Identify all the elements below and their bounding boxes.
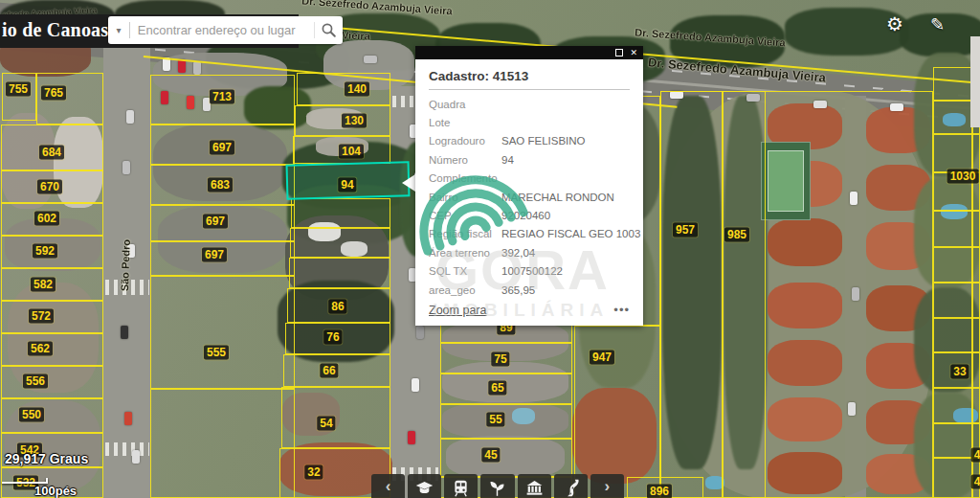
field-label: Quadra xyxy=(429,99,501,110)
parcel-boundary xyxy=(440,439,572,477)
side-panel-edge[interactable] xyxy=(970,36,980,127)
field-value: SAO FELISBINO xyxy=(501,135,586,147)
field-label: area_geo xyxy=(429,284,501,296)
parcel-label-697: 697 xyxy=(203,215,228,229)
attribute-row: area_geo365,95 xyxy=(429,281,630,299)
pencil-icon[interactable]: ✎ xyxy=(930,14,945,34)
parcel-label-94: 94 xyxy=(338,178,356,192)
parcel-label-713: 713 xyxy=(210,90,234,104)
parcel-boundary xyxy=(290,228,390,258)
field-value: REGIAO FISCAL GEO 1003 xyxy=(501,228,640,239)
parcel-label-140: 140 xyxy=(345,82,369,97)
vehicle xyxy=(193,61,201,75)
field-label: Bairro xyxy=(429,192,501,203)
vehicle xyxy=(122,161,130,174)
close-icon[interactable]: ✕ xyxy=(630,49,637,57)
street-label: São Pedro xyxy=(119,239,132,292)
vehicle xyxy=(124,412,132,425)
education-tool[interactable] xyxy=(408,474,441,498)
parcel-label-130: 130 xyxy=(342,114,367,128)
popup-titlebar: ✕ xyxy=(415,46,643,59)
parcel-label-32: 32 xyxy=(304,465,323,480)
parcel-boundary xyxy=(281,387,390,448)
parcel-boundary xyxy=(150,276,295,389)
parcel-label-550: 550 xyxy=(19,408,44,422)
field-value: 92020460 xyxy=(501,210,550,221)
search-dropdown-caret[interactable]: ▾ xyxy=(108,25,129,35)
crosswalk xyxy=(105,442,149,456)
field-label: Lote xyxy=(429,117,501,128)
parcel-boundary xyxy=(723,91,766,498)
transit-tool[interactable] xyxy=(444,474,478,498)
field-label: CEP xyxy=(429,210,501,221)
parcel-label-45: 45 xyxy=(481,448,500,463)
parcel-label-670: 670 xyxy=(37,180,62,194)
parcel-label-592: 592 xyxy=(33,244,57,259)
vehicle xyxy=(364,56,377,63)
parcel-label-896: 896 xyxy=(647,485,672,498)
attribute-row: Área terreno392,04 xyxy=(429,243,630,261)
vehicle xyxy=(132,450,140,464)
parcel-boundary xyxy=(2,73,36,121)
field-label: Número xyxy=(429,154,501,166)
chevron-right-tool[interactable]: › xyxy=(590,474,624,498)
search-box: ▾ xyxy=(108,16,343,44)
vehicle xyxy=(121,326,128,339)
plant-tool[interactable] xyxy=(480,474,514,498)
gear-icon[interactable]: ⚙ xyxy=(886,12,903,35)
field-label: Área terreno xyxy=(429,247,501,259)
parcel-boundary xyxy=(1,366,103,398)
feature-popup: ✕ Cadastro: 41513 QuadraLoteLogradouroSA… xyxy=(415,46,643,326)
parcel-label-572: 572 xyxy=(29,309,54,324)
parcel-label-985: 985 xyxy=(724,228,749,242)
field-value: 94 xyxy=(501,154,514,166)
parcel-label-55: 55 xyxy=(486,413,504,427)
bank-tool[interactable] xyxy=(518,474,551,498)
parcel-label-697: 697 xyxy=(202,248,227,262)
field-value: 1007500122 xyxy=(501,265,563,277)
parcel-label-562: 562 xyxy=(28,342,53,356)
chevron-left-tool[interactable]: ‹ xyxy=(371,474,405,498)
attribute-row: Região fiscalREGIAO FISCAL GEO 1003 xyxy=(429,225,630,243)
more-options-icon[interactable]: ••• xyxy=(613,306,630,314)
parcel-boundary xyxy=(291,198,390,228)
maximize-icon[interactable] xyxy=(615,49,623,57)
parcel-boundary xyxy=(660,91,723,498)
chevron-left-icon: ‹ xyxy=(386,478,391,495)
plant-icon xyxy=(487,478,507,498)
parcel-label-582: 582 xyxy=(31,278,56,292)
road-tool[interactable] xyxy=(554,474,588,498)
field-value: MARECHAL RONDON xyxy=(501,192,614,203)
parcel-boundary xyxy=(574,326,660,498)
attribute-row: SQL TX1007500122 xyxy=(429,262,630,281)
zoom-to-link[interactable]: Zoom para xyxy=(429,304,486,317)
vehicle xyxy=(416,326,424,339)
parcel-label-66: 66 xyxy=(320,364,338,378)
chevron-right-icon: › xyxy=(605,478,611,495)
parcel-label-54: 54 xyxy=(317,417,335,431)
vehicle xyxy=(126,110,134,124)
field-label: Complemento xyxy=(429,172,501,184)
road-icon xyxy=(561,478,581,498)
parcel-label-602: 602 xyxy=(34,212,59,226)
app-title: io de Canoas xyxy=(2,19,108,41)
popup-title: Cadastro: 41513 xyxy=(429,66,630,89)
field-value: 392,04 xyxy=(501,247,535,259)
search-icon xyxy=(321,22,337,38)
attribute-row: CEP92020460 xyxy=(429,206,630,224)
parcel-label-33: 33 xyxy=(950,365,969,379)
street-label: Vieira xyxy=(342,29,370,41)
field-label: Região fiscal xyxy=(429,228,501,239)
education-icon xyxy=(414,478,434,498)
layers-toolbar: ‹› xyxy=(371,474,624,498)
search-input[interactable] xyxy=(130,23,314,37)
popup-pointer xyxy=(402,174,415,192)
parcel-label-104: 104 xyxy=(339,145,364,159)
search-button[interactable] xyxy=(315,22,343,38)
parcel-label-1030: 1030 xyxy=(947,170,979,184)
parcel-label-683: 683 xyxy=(208,178,233,192)
coordinates-readout: 29,917 Graus xyxy=(5,451,88,466)
parcel-label-555: 555 xyxy=(204,346,229,360)
parcel-label-947: 947 xyxy=(590,351,614,365)
transit-icon xyxy=(451,478,471,498)
